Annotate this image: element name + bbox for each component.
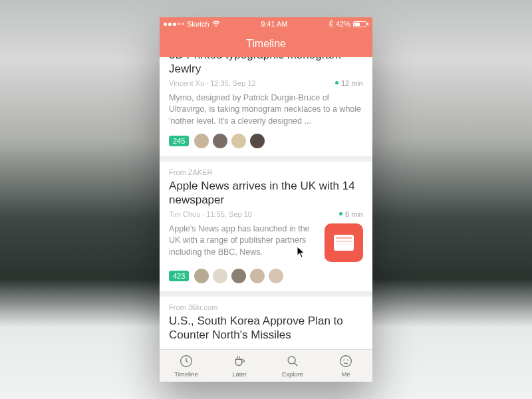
article-title: 3D Printed typographic monogram Jewlry <box>169 57 363 76</box>
phone-frame: Sketch 9:41 AM 42% Timeline 3D Printed t… <box>160 17 372 382</box>
article-title: Apple News arrives in the UK with 14 new… <box>169 179 363 207</box>
tab-explore[interactable]: Explore <box>266 350 319 382</box>
status-left: Sketch <box>164 20 220 28</box>
like-count-badge[interactable]: 423 <box>169 271 189 281</box>
status-time: 9:41 AM <box>261 20 287 28</box>
svg-point-2 <box>288 356 295 364</box>
engagement-row: 423 <box>169 269 363 283</box>
search-icon <box>285 354 300 370</box>
status-right: 42% <box>329 20 368 29</box>
article-card[interactable]: From ZAKER Apple News arrives in the UK … <box>160 162 372 291</box>
tab-timeline[interactable]: Timeline <box>160 350 213 382</box>
avatar[interactable] <box>231 269 246 283</box>
avatar-stack <box>194 269 283 283</box>
tab-label: Me <box>341 370 350 378</box>
clock-icon <box>179 354 194 370</box>
wifi-icon <box>212 20 220 28</box>
avatar[interactable] <box>213 269 227 283</box>
avatar-stack <box>194 134 265 148</box>
article-meta: Vincent Xu · 12:35, Sep 12 12 min <box>169 79 363 87</box>
article-source: From ZAKER <box>169 168 363 176</box>
tab-label: Explore <box>282 370 303 378</box>
avatar[interactable] <box>269 269 283 283</box>
bluetooth-icon <box>329 20 333 29</box>
article-meta: Tim Chou · 11:55, Sep 10 6 min <box>169 210 363 218</box>
article-timestamp: 12:35, Sep 12 <box>210 79 256 87</box>
status-bar: Sketch 9:41 AM 42% <box>160 17 372 31</box>
article-card[interactable]: 3D Printed typographic monogram Jewlry V… <box>160 57 372 156</box>
article-author: Vincent Xu <box>169 79 204 87</box>
nav-bar: Timeline <box>160 31 372 57</box>
signal-dots-icon <box>164 23 184 26</box>
tab-me[interactable]: Me <box>319 350 372 382</box>
read-time: 6 min <box>339 210 363 218</box>
battery-icon <box>353 21 368 27</box>
tab-label: Timeline <box>174 370 198 378</box>
article-body: Apple's News app has launched in the UK … <box>169 223 318 262</box>
tab-later[interactable]: Later <box>213 350 266 382</box>
article-card[interactable]: From 36kr.com U.S., South Korea Approve … <box>160 297 372 350</box>
engagement-row: 245 <box>169 134 363 148</box>
tab-label: Later <box>232 370 247 378</box>
battery-percent: 42% <box>336 20 350 28</box>
cup-icon <box>232 354 247 370</box>
article-timestamp: 11:55, Sep 10 <box>206 210 252 218</box>
page-title: Timeline <box>246 38 286 50</box>
article-body: Mymo, designed by Patrick Durgin-Bruce o… <box>169 92 363 128</box>
tab-bar: Timeline Later Explore Me <box>160 349 372 382</box>
article-title: U.S., South Korea Approve Plan to Counte… <box>169 314 363 342</box>
svg-point-3 <box>340 356 352 367</box>
like-count-badge[interactable]: 245 <box>169 136 189 146</box>
avatar[interactable] <box>250 269 265 283</box>
avatar[interactable] <box>213 134 227 148</box>
face-icon <box>338 354 353 370</box>
svg-point-0 <box>215 25 217 27</box>
timeline-scroll[interactable]: 3D Printed typographic monogram Jewlry V… <box>160 57 372 349</box>
article-author: Tim Chou <box>169 210 200 218</box>
carrier-label: Sketch <box>187 20 209 28</box>
avatar[interactable] <box>250 134 265 148</box>
avatar[interactable] <box>231 134 246 148</box>
read-time: 12 min <box>335 79 363 87</box>
article-source: From 36kr.com <box>169 303 363 311</box>
avatar[interactable] <box>194 269 209 283</box>
article-thumbnail <box>325 223 363 262</box>
avatar[interactable] <box>194 134 209 148</box>
